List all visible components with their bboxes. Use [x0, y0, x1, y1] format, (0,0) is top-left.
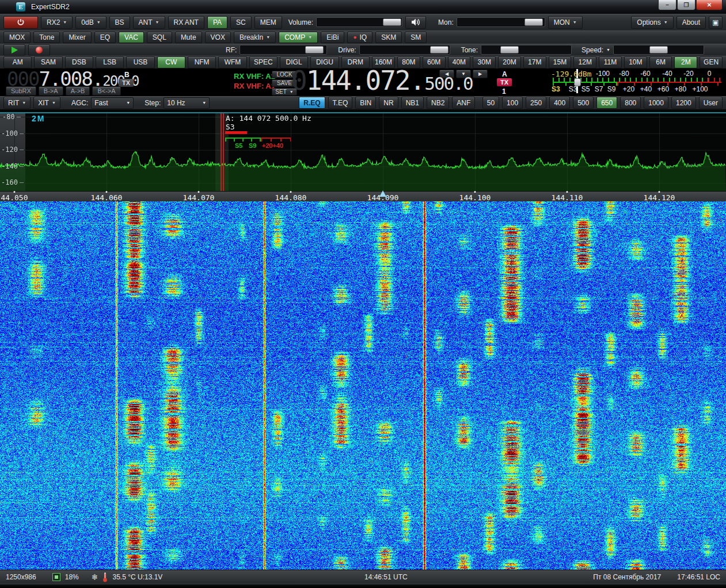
rf-slider[interactable] — [240, 45, 327, 55]
toolbar-button-ant[interactable]: ANT▼ — [133, 16, 165, 29]
toolbar2-button-sm[interactable]: SM — [405, 32, 427, 43]
band-button-30m[interactable]: 30M — [473, 56, 496, 68]
vfo-nav-tune-step-up[interactable]: ▶ — [473, 70, 488, 78]
xit-button[interactable]: XIT▼ — [33, 97, 60, 109]
titlebar[interactable]: E ExpertSDR2 – ❐ ✕ — [0, 0, 726, 14]
smeter-s-label: S7 — [595, 85, 603, 92]
filter-button-650[interactable]: 650 — [596, 97, 617, 109]
filter-button-1200[interactable]: 1200 — [671, 97, 696, 109]
toolbar2-button-vox[interactable]: VOX — [205, 32, 231, 43]
spectrum-canvas[interactable] — [0, 113, 726, 191]
mode-button-usb[interactable]: USB — [126, 56, 154, 68]
filter-button-50[interactable]: 50 — [482, 97, 499, 109]
vfo-sub-button-b-a[interactable]: B->A — [39, 86, 63, 96]
minimize-button[interactable]: – — [658, 0, 676, 10]
toolbar2-button-mox[interactable]: MOX — [3, 32, 31, 43]
toolbar2-button-mute[interactable]: Mute — [175, 32, 202, 43]
band-button-2m[interactable]: 2M — [674, 56, 697, 68]
volume-slider-thumb[interactable] — [383, 18, 401, 26]
toolbar2-button-breakin[interactable]: BreakIn▼ — [234, 32, 276, 43]
toolbar2-button-comp[interactable]: COMP▼ — [279, 32, 318, 43]
toolbar-button-label: ANT — [139, 18, 153, 26]
filter-button-user[interactable]: User — [699, 97, 723, 109]
band-button-11m[interactable]: 11M — [599, 56, 622, 68]
mode-button-cw[interactable]: CW — [157, 56, 185, 68]
mode-button-dsb[interactable]: DSB — [65, 56, 93, 68]
filter-button-400[interactable]: 400 — [549, 97, 570, 109]
vfo-sub-button-a-b[interactable]: A->B — [66, 86, 90, 96]
toolbar2-button-tone[interactable]: Tone — [33, 32, 60, 43]
toolbar-button-rx-ant[interactable]: RX ANT — [168, 16, 204, 29]
options-button[interactable]: Options ▼ — [631, 16, 673, 29]
filter-button-500[interactable]: 500 — [573, 97, 594, 109]
dsp-button-nb2[interactable]: NB2 — [427, 97, 449, 109]
power-button[interactable] — [3, 16, 38, 29]
dsp-button-nb1[interactable]: NB1 — [401, 97, 424, 109]
dsp-button-nr[interactable]: NR — [379, 97, 398, 109]
mode-button-sam[interactable]: SAM — [34, 56, 62, 68]
s-meter[interactable]: -100-80-60-40-200 S3S5S7S9+20+40+60+80+1… — [550, 68, 724, 96]
chevron-down-icon[interactable]: ▼ — [606, 48, 610, 52]
toolbar2-button-mixer[interactable]: Mixer — [63, 32, 91, 43]
mode-button-nfm[interactable]: NFM — [188, 56, 216, 68]
dsp-button-t-eq[interactable]: T.EQ — [328, 97, 353, 109]
mode-button-spec[interactable]: SPEC — [249, 56, 278, 68]
rf-slider-thumb[interactable] — [305, 46, 324, 54]
band-button-10m[interactable]: 10M — [624, 56, 647, 68]
frequency-axis[interactable]: 44.050144.060144.070144.080144.090144.10… — [0, 191, 726, 202]
mode-button-lsb[interactable]: LSB — [96, 56, 124, 68]
record-button[interactable] — [28, 44, 50, 56]
close-button[interactable]: ✕ — [696, 0, 723, 10]
dsp-button-r-eq[interactable]: R.EQ — [299, 97, 325, 109]
band-button-20m[interactable]: 20M — [498, 56, 521, 68]
toolbar-button-0db[interactable]: 0dB▼ — [75, 16, 106, 29]
mode-button-wfm[interactable]: WFM — [218, 56, 246, 68]
vfo-sub-button-subrx[interactable]: SubRX — [6, 86, 36, 96]
waterfall-canvas[interactable] — [0, 201, 726, 570]
vfo-sub-button-b-a[interactable]: B<->A — [92, 86, 120, 96]
band-button-6m[interactable]: 6M — [649, 56, 672, 68]
step-select[interactable]: 10 Hz▼ — [164, 97, 210, 109]
filter-button-100[interactable]: 100 — [502, 97, 523, 109]
filter-button-800[interactable]: 800 — [620, 97, 641, 109]
play-button[interactable] — [3, 44, 25, 56]
speed-slider[interactable] — [613, 45, 704, 55]
about-button[interactable]: About — [676, 16, 706, 29]
dsp-button-bin[interactable]: BIN — [355, 97, 376, 109]
band-button-15m[interactable]: 15M — [549, 56, 572, 68]
toolbar-button-bs[interactable]: BS — [109, 16, 130, 29]
agc-select[interactable]: Fast▼ — [91, 97, 134, 109]
band-button-gen[interactable]: GEN — [700, 56, 723, 68]
dsp-button-anf[interactable]: ANF — [452, 97, 475, 109]
toolbar2-button-vac[interactable]: VAC — [119, 32, 144, 43]
toolbar-button-rx2[interactable]: RX2▼ — [41, 16, 73, 29]
maximize-button[interactable]: ❐ — [677, 0, 695, 10]
tone-slider[interactable] — [481, 45, 572, 55]
speaker-button[interactable] — [405, 16, 426, 29]
mon-slider[interactable] — [457, 17, 545, 27]
band-button-17m[interactable]: 17M — [523, 56, 546, 68]
toolbar2-button-eibi[interactable]: EiBi — [321, 32, 344, 43]
filter-button-250[interactable]: 250 — [526, 97, 546, 109]
toolbar2-button-sql[interactable]: SQL — [147, 32, 172, 43]
speed-slider-thumb[interactable] — [649, 46, 668, 54]
filter-button-1000[interactable]: 1000 — [644, 97, 668, 109]
toolbar2-button-eq[interactable]: EQ — [94, 32, 116, 43]
volume-slider[interactable] — [316, 17, 402, 27]
display-mode-button[interactable]: ▣ — [709, 16, 723, 29]
toolbar-button-pa[interactable]: PA — [207, 16, 227, 29]
vfo-a-display[interactable]: 0144.072.500.0 — [291, 65, 473, 96]
toolbar-button-mem[interactable]: MEM — [254, 16, 282, 29]
drive-slider[interactable] — [359, 45, 450, 55]
toolbar2-button-skm[interactable]: SKM — [375, 32, 402, 43]
tone-slider-thumb[interactable] — [500, 46, 519, 54]
drive-slider-thumb[interactable] — [430, 46, 448, 54]
smeter-plus-label: +80 — [675, 85, 686, 92]
mode-button-am[interactable]: AM — [3, 56, 32, 68]
mon-slider-thumb[interactable] — [524, 18, 543, 26]
rit-button[interactable]: RIT▼ — [3, 97, 31, 109]
toolbar-button-sc[interactable]: SC — [230, 16, 252, 29]
band-button-12m[interactable]: 12M — [573, 56, 596, 68]
toolbar2-button-iq[interactable]: ●IQ — [347, 32, 372, 43]
mon-button[interactable]: MON ▼ — [548, 16, 583, 29]
